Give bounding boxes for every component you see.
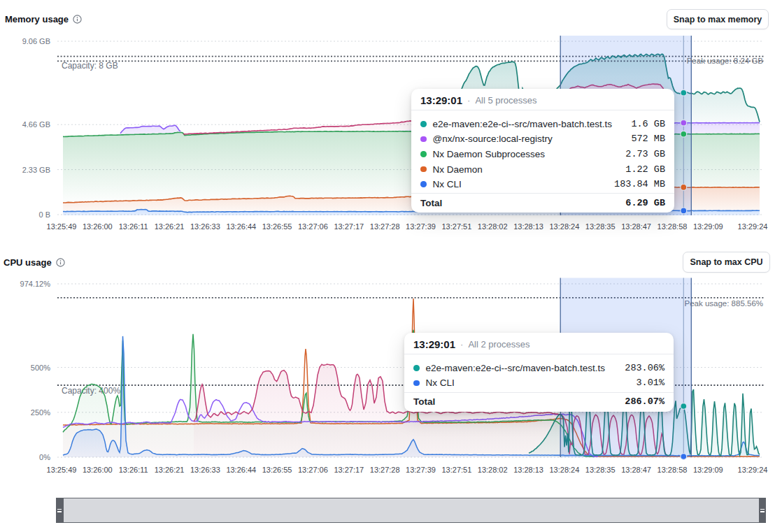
svg-text:13:26:11: 13:26:11 (119, 466, 148, 474)
svg-text:13:28:47: 13:28:47 (621, 466, 651, 474)
svg-text:Capacity: 400%: Capacity: 400% (62, 386, 120, 396)
svg-text:13:26:33: 13:26:33 (190, 466, 220, 474)
svg-text:9.06 GB: 9.06 GB (22, 37, 50, 45)
svg-text:13:26:00: 13:26:00 (83, 222, 113, 231)
svg-text:13:28:13: 13:28:13 (513, 222, 543, 231)
svg-text:13:27:17: 13:27:17 (334, 466, 364, 474)
svg-text:0 B: 0 B (38, 210, 50, 219)
svg-text:13:27:17: 13:27:17 (334, 222, 364, 231)
svg-text:13:28:35: 13:28:35 (585, 222, 616, 231)
svg-text:13:29:09: 13:29:09 (693, 466, 723, 474)
svg-text:13:25:49: 13:25:49 (47, 466, 77, 474)
svg-text:13:28:24: 13:28:24 (549, 222, 579, 231)
svg-text:13:28:58: 13:28:58 (657, 466, 688, 474)
svg-text:13:26:11: 13:26:11 (119, 222, 148, 231)
svg-text:2.33 GB: 2.33 GB (22, 166, 50, 174)
svg-text:13:26:55: 13:26:55 (262, 466, 292, 474)
svg-text:Peak usage: 8.24 GB: Peak usage: 8.24 GB (687, 57, 764, 65)
svg-text:13:26:44: 13:26:44 (226, 222, 256, 231)
svg-text:13:28:13: 13:28:13 (513, 466, 543, 474)
svg-text:0%: 0% (39, 453, 50, 461)
svg-text:13:28:02: 13:28:02 (478, 466, 508, 474)
svg-text:13:29:24: 13:29:24 (738, 466, 768, 474)
svg-text:13:26:55: 13:26:55 (262, 222, 292, 231)
svg-text:13:28:47: 13:28:47 (621, 222, 651, 231)
svg-text:13:29:09: 13:29:09 (693, 222, 723, 231)
svg-text:13:26:21: 13:26:21 (155, 466, 185, 474)
svg-text:500%: 500% (31, 364, 50, 372)
svg-text:13:26:33: 13:26:33 (190, 222, 220, 231)
svg-text:13:26:21: 13:26:21 (155, 222, 185, 231)
svg-text:13:29:24: 13:29:24 (738, 222, 768, 231)
svg-text:13:28:02: 13:28:02 (478, 222, 508, 231)
svg-text:13:26:00: 13:26:00 (83, 466, 113, 474)
svg-text:13:25:49: 13:25:49 (47, 222, 77, 231)
svg-text:13:28:35: 13:28:35 (585, 466, 616, 474)
svg-text:974.12%: 974.12% (20, 280, 51, 288)
svg-text:13:27:39: 13:27:39 (406, 466, 436, 474)
svg-text:13:27:28: 13:27:28 (370, 222, 400, 231)
svg-text:Peak usage: 885.56%: Peak usage: 885.56% (684, 299, 763, 308)
svg-text:13:27:51: 13:27:51 (441, 466, 471, 474)
svg-text:250%: 250% (31, 408, 50, 417)
svg-text:4.66 GB: 4.66 GB (22, 120, 50, 129)
svg-text:13:27:06: 13:27:06 (298, 466, 328, 474)
svg-text:13:27:06: 13:27:06 (298, 222, 328, 231)
svg-text:13:28:24: 13:28:24 (549, 466, 579, 474)
svg-text:13:27:39: 13:27:39 (406, 222, 436, 231)
svg-text:13:27:28: 13:27:28 (370, 466, 400, 474)
svg-text:13:26:44: 13:26:44 (226, 466, 256, 474)
svg-text:13:27:51: 13:27:51 (441, 222, 471, 231)
svg-text:Capacity: 8 GB: Capacity: 8 GB (62, 61, 118, 71)
svg-text:13:28:58: 13:28:58 (657, 222, 688, 231)
